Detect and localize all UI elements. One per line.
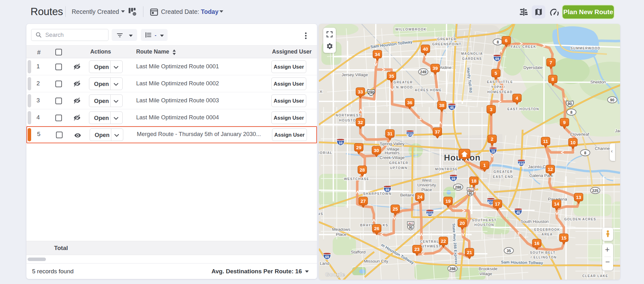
svg-text:45: 45 [450,106,454,110]
svg-text:GREATER: GREATER [493,170,513,173]
svg-text:BRAYS: BRAYS [360,223,374,227]
svg-text:14: 14 [554,201,559,207]
svg-text:Brookside: Brookside [479,266,497,271]
svg-text:4: 4 [516,95,519,101]
svg-text:I N WOOD: I N WOOD [393,85,413,89]
svg-text:HOUSTON: HOUSTON [475,223,494,227]
svg-text:Meadows: Meadows [332,227,350,232]
svg-text:26: 26 [374,226,380,231]
svg-text:Missouri City: Missouri City [364,259,388,264]
svg-text:8: 8 [570,110,573,115]
svg-text:Cloverleaf: Cloverleaf [570,132,589,137]
svg-text:EAST END: EAST END [493,175,513,179]
svg-text:WESTCHASE: WESTCHASE [344,177,369,181]
svg-text:Hunters: Hunters [385,151,400,155]
svg-text:225: 225 [592,189,598,193]
svg-text:GREATER: GREATER [437,37,456,41]
svg-text:Google: Google [325,271,345,278]
svg-text:11: 11 [543,139,548,144]
svg-text:MONTROSE: MONTROSE [435,167,458,171]
svg-text:22: 22 [441,238,446,244]
svg-text:KS: KS [383,223,388,227]
svg-text:10: 10 [339,141,342,145]
svg-text:90: 90 [469,192,472,196]
svg-text:Sam Houston Tollway: Sam Houston Tollway [501,260,543,265]
svg-text:MORIAL: MORIAL [319,151,332,155]
svg-text:Sheldon: Sheldon [590,80,606,84]
svg-text:13: 13 [576,195,581,200]
svg-text:r Land: r Land [319,261,329,266]
svg-text:SHARPSTOWN: SHARPSTOWN [363,192,392,196]
svg-text:AREA: AREA [541,232,553,236]
svg-text:34: 34 [375,52,380,57]
svg-text:8: 8 [497,40,499,44]
svg-text:1: 1 [483,162,486,168]
svg-text:EAST LITTLE: EAST LITTLE [487,80,513,84]
svg-text:610: 610 [407,133,413,136]
svg-text:WS: WS [319,212,323,216]
svg-text:NORTHWEST: NORTHWEST [336,113,361,117]
svg-text:15: 15 [561,235,567,241]
svg-text:10: 10 [570,140,576,145]
svg-text:MAGNOLIA: MAGNOLIA [461,52,483,55]
svg-text:6: 6 [505,38,508,43]
svg-text:EDGEBROOK: EDGEBROOK [534,228,560,231]
svg-text:10: 10 [491,150,495,153]
svg-text:EAST HOUSTON: EAST HOUSTON [507,107,539,111]
svg-text:288: 288 [449,267,456,271]
svg-text:GREATER: GREATER [389,161,408,165]
svg-text:2: 2 [491,136,493,142]
svg-text:25: 25 [393,206,398,212]
svg-text:GREATER: GREATER [393,80,413,84]
svg-text:24: 24 [417,194,423,200]
svg-text:249: 249 [420,70,426,74]
svg-text:Dyersdale: Dyersdale [524,65,543,70]
svg-text:19: 19 [446,198,451,204]
svg-text:GREENSPOINT: GREENSPOINT [432,42,462,46]
svg-text:8: 8 [584,151,586,155]
svg-text:90: 90 [409,226,413,230]
svg-text:SOUTH BELT: SOUTH BELT [530,251,555,254]
svg-text:CLEAR LAKE: CLEAR LAKE [582,274,608,278]
svg-text:33: 33 [358,89,363,94]
svg-text:Jac: Jac [615,128,620,133]
svg-text:18: 18 [471,178,477,184]
svg-text:HOUSTO: HOUSTO [339,118,356,122]
svg-text:University: University [417,183,436,187]
svg-text:YOPK /: YOPK / [491,85,505,89]
svg-text:30: 30 [374,148,379,153]
svg-text:610: 610 [427,212,433,216]
svg-text:69: 69 [495,57,499,61]
svg-text:40: 40 [423,46,428,52]
svg-text:Stafford: Stafford [351,250,365,254]
svg-text:23: 23 [414,247,420,252]
svg-text:GARDENS: GARDENS [462,57,482,60]
svg-text:90: 90 [568,102,572,106]
svg-text:SOUTHEAST: SOUTHEAST [472,218,497,222]
svg-text:38: 38 [439,103,445,108]
svg-text:Jersey Village: Jersey Village [341,72,368,77]
svg-text:Aldine: Aldine [440,65,452,70]
svg-text:69: 69 [325,255,329,259]
svg-text:Village: Village [480,271,492,276]
svg-text:69: 69 [452,177,455,181]
svg-text:South Houston: South Houston [520,219,548,224]
svg-text:ALT: ALT [468,188,473,191]
svg-text:ACRES HOME: ACRES HOME [415,88,442,92]
svg-text:27: 27 [361,198,366,204]
svg-text:5: 5 [495,71,497,76]
svg-text:CENTRAL: CENTRAL [420,240,439,243]
svg-text:29: 29 [356,145,362,150]
svg-text:288: 288 [455,185,461,190]
svg-text:12: 12 [548,167,553,172]
svg-text:HOMESTEAD: HOMESTEAD [487,90,513,94]
svg-text:17: 17 [495,201,500,207]
svg-text:36: 36 [407,100,413,105]
svg-text:/ ELLINGTON: / ELLINGTON [531,255,557,259]
svg-text:20: 20 [460,220,465,226]
svg-text:WILLOWBROOK: WILLOWBROOK [395,27,426,31]
svg-text:ALT: ALT [408,222,413,225]
svg-text:45: 45 [516,211,520,214]
svg-text:35: 35 [389,73,394,79]
svg-text:Bellaire: Bellaire [400,193,414,197]
